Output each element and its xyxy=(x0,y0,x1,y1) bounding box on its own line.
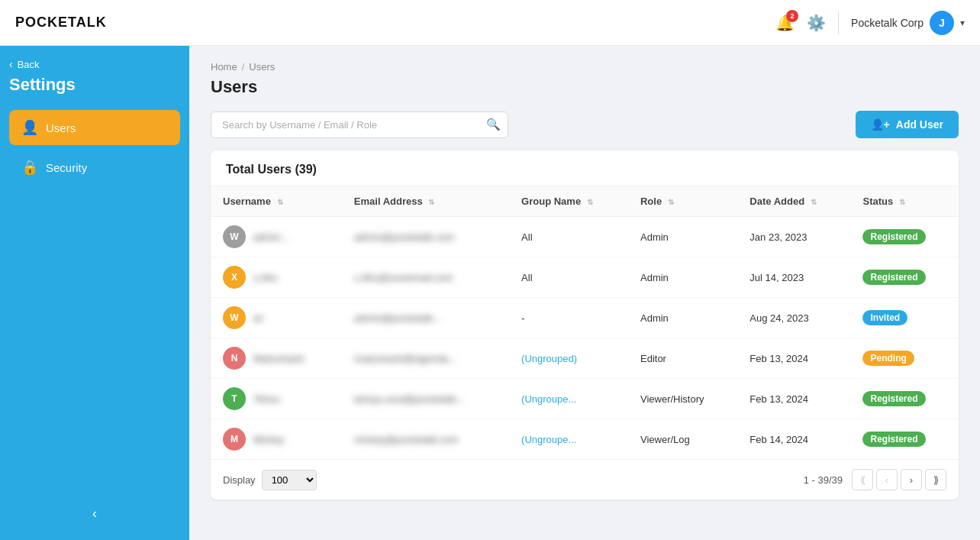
cell-username: W wi xyxy=(211,298,342,338)
main-inner: Home / Users Users 🔍 👤+ Add User Total U… xyxy=(189,46,980,515)
sort-icon-status[interactable]: ⇅ xyxy=(899,198,905,206)
cell-date: Jan 23, 2023 xyxy=(737,217,850,257)
back-label: Back xyxy=(18,59,40,70)
cell-group[interactable]: (Ungrouped) xyxy=(509,338,628,379)
page-prev-button[interactable]: ‹ xyxy=(876,469,898,490)
table-row[interactable]: X x.dhu x.dhu@souremail.comAllAdminJul 1… xyxy=(211,257,959,298)
email-text: admin@pocketalk.com xyxy=(354,231,455,243)
company-name: Pocketalk Corp xyxy=(851,17,924,29)
page-info: 1 - 39/39 xyxy=(804,474,843,486)
username-text: wi xyxy=(253,312,263,324)
group-link[interactable]: (Ungroupe... xyxy=(521,434,576,445)
breadcrumb-separator: / xyxy=(242,61,245,73)
table-row[interactable]: W wi admin@pocketalk...-AdminAug 24, 202… xyxy=(211,298,959,338)
group-text: All xyxy=(521,272,532,283)
search-wrap: 🔍 xyxy=(211,112,508,138)
cell-role: Viewer/History xyxy=(628,379,737,419)
cell-role: Admin xyxy=(628,217,737,257)
toolbar: 🔍 👤+ Add User xyxy=(211,111,959,138)
date-text: Jul 14, 2023 xyxy=(750,272,804,283)
settings-icon[interactable]: ⚙️ xyxy=(807,14,826,32)
role-text: Admin xyxy=(640,231,669,243)
cell-email: tehsyu.soul@pocketalk... xyxy=(342,379,509,419)
search-input[interactable] xyxy=(211,112,508,138)
cell-group[interactable]: (Ungroupe... xyxy=(509,419,628,460)
notifications-button[interactable]: 🔔 2 xyxy=(775,14,795,32)
col-username: Username ⇅ xyxy=(211,186,342,217)
sidebar-item-security[interactable]: 🔒 Security xyxy=(9,150,180,185)
main-content: Home / Users Users 🔍 👤+ Add User Total U… xyxy=(189,46,980,540)
email-text: mickey@pocketalk.com xyxy=(354,434,459,445)
date-text: Feb 13, 2024 xyxy=(750,353,808,364)
main-layout: ‹ Back Settings 👤 Users 🔒 Security ‹ Hom… xyxy=(0,46,980,540)
users-icon: 👤 xyxy=(21,119,38,136)
sort-icon-role[interactable]: ⇅ xyxy=(668,198,674,206)
cell-role: Admin xyxy=(628,298,737,338)
table-footer: Display 102550100 1 - 39/39 ⟪ ‹ › ⟫ xyxy=(211,459,959,500)
table-row[interactable]: M Mickey mickey@pocketalk.com(Ungroupe..… xyxy=(211,419,959,460)
group-link[interactable]: (Ungrouped) xyxy=(521,353,577,364)
cell-role: Editor xyxy=(628,338,737,379)
lock-icon: 🔒 xyxy=(21,159,38,176)
status-badge: Invited xyxy=(862,310,907,325)
cell-group[interactable]: (Ungroupe... xyxy=(509,379,628,419)
sort-icon-group[interactable]: ⇅ xyxy=(587,198,593,206)
username-text: admin... xyxy=(253,231,289,243)
username-text: Matsuhashi xyxy=(253,353,304,364)
date-text: Aug 24, 2023 xyxy=(750,312,808,324)
sidebar-item-users-label: Users xyxy=(46,121,76,134)
cell-status: Registered xyxy=(850,217,959,257)
sidebar-collapse-button[interactable]: ‹ xyxy=(86,500,103,528)
page-first-button[interactable]: ⟪ xyxy=(852,469,873,490)
search-icon: 🔍 xyxy=(486,118,501,131)
page-last-button[interactable]: ⟫ xyxy=(925,469,946,490)
sidebar-title: Settings xyxy=(9,75,180,95)
display-label: Display xyxy=(223,474,256,486)
cell-username: W admin... xyxy=(211,217,342,257)
table-row[interactable]: W admin... admin@pocketalk.comAllAdminJa… xyxy=(211,217,959,257)
col-email: Email Address ⇅ xyxy=(342,186,509,217)
cell-email: admin@pocketalk... xyxy=(342,298,509,338)
users-table-card: Total Users (39) Username ⇅ Email Addres… xyxy=(211,150,959,500)
username-text: Tehsu xyxy=(253,393,280,405)
group-text: - xyxy=(521,312,524,324)
cell-group: All xyxy=(509,217,628,257)
status-badge: Registered xyxy=(862,270,925,285)
table-row[interactable]: T Tehsu tehsyu.soul@pocketalk...(Ungroup… xyxy=(211,379,959,419)
breadcrumb: Home / Users xyxy=(211,61,959,73)
group-link[interactable]: (Ungroupe... xyxy=(521,393,576,405)
role-text: Admin xyxy=(640,312,669,324)
col-status: Status ⇅ xyxy=(850,186,959,217)
role-text: Editor xyxy=(640,353,666,364)
back-arrow-icon: ‹ xyxy=(9,58,13,70)
sort-icon-username[interactable]: ⇅ xyxy=(277,198,283,206)
cell-role: Admin xyxy=(628,257,737,298)
back-link[interactable]: ‹ Back xyxy=(9,58,180,70)
cell-date: Jul 14, 2023 xyxy=(737,257,850,298)
page-next-button[interactable]: › xyxy=(901,469,922,490)
table-header-title: Total Users (39) xyxy=(211,150,959,186)
sort-icon-date[interactable]: ⇅ xyxy=(811,198,817,206)
breadcrumb-home[interactable]: Home xyxy=(211,61,237,73)
sidebar-item-users[interactable]: 👤 Users xyxy=(9,110,180,145)
cell-email: x.dhu@souremail.com xyxy=(342,257,509,298)
sort-icon-email[interactable]: ⇅ xyxy=(428,198,434,206)
cell-username: X x.dhu xyxy=(211,257,342,298)
user-menu[interactable]: Pocketalk Corp J ▾ xyxy=(851,11,965,35)
table-row[interactable]: N Matsuhashi matsuhashi@agenda...(Ungrou… xyxy=(211,338,959,379)
username-text: Mickey xyxy=(253,434,284,445)
header-right: 🔔 2 ⚙️ Pocketalk Corp J ▾ xyxy=(775,11,965,35)
cell-group: All xyxy=(509,257,628,298)
date-text: Feb 14, 2024 xyxy=(750,434,808,445)
user-avatar: W xyxy=(223,306,246,329)
add-user-button[interactable]: 👤+ Add User xyxy=(856,111,959,138)
sidebar-bottom: ‹ xyxy=(9,500,180,528)
display-select[interactable]: 102550100 xyxy=(262,470,317,490)
pagination: 1 - 39/39 ⟪ ‹ › ⟫ xyxy=(804,469,946,490)
cell-status: Invited xyxy=(850,298,959,338)
cell-email: admin@pocketalk.com xyxy=(342,217,509,257)
cell-email: mickey@pocketalk.com xyxy=(342,419,509,460)
cell-role: Viewer/Log xyxy=(628,419,737,460)
role-text: Viewer/Log xyxy=(640,434,690,445)
table-header-row: Username ⇅ Email Address ⇅ Group Name ⇅ xyxy=(211,186,959,217)
